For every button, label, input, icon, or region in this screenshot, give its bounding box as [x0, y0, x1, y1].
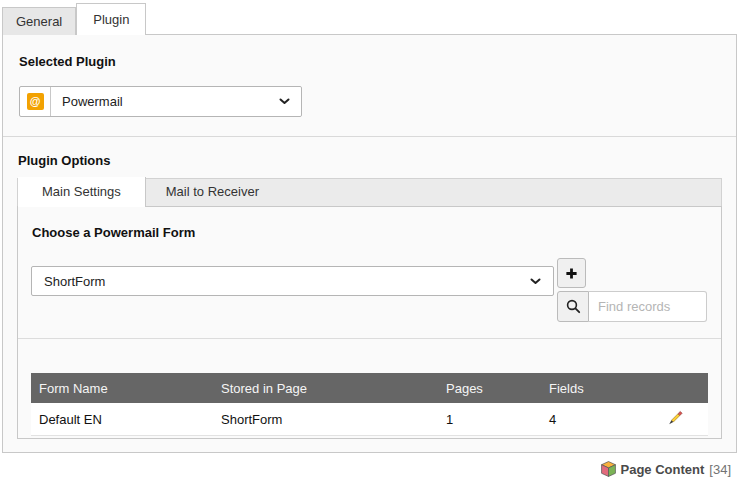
powermail-at-icon: @ — [27, 93, 44, 110]
plugin-options-section: Plugin Options Main Settings Mail to Rec… — [3, 137, 736, 455]
plugin-options-label: Plugin Options — [18, 153, 722, 168]
plugin-tab-content: Selected Plugin @ Powermail Plugin Optio… — [2, 34, 737, 453]
add-record-button[interactable] — [557, 258, 586, 288]
record-uid: [34] — [709, 462, 731, 477]
record-type-label: Page Content — [621, 462, 705, 477]
cell-pages: 1 — [438, 403, 541, 436]
selected-plugin-label: Selected Plugin — [19, 54, 720, 69]
tab-plugin[interactable]: Plugin — [76, 3, 146, 35]
main-settings-panel: Choose a Powermail Form ShortForm — [17, 206, 722, 439]
plus-icon — [565, 267, 578, 280]
plugin-options-tab-bar: Main Settings Mail to Receiver — [17, 178, 722, 206]
plugin-select[interactable]: Powermail — [51, 87, 301, 116]
header-fields: Fields — [541, 373, 643, 403]
cell-form-name: Default EN — [31, 403, 213, 436]
tab-general[interactable]: General — [2, 7, 76, 35]
chevron-down-icon — [530, 278, 541, 285]
plugin-icon-cell: @ — [20, 87, 51, 116]
cell-fields: 4 — [541, 403, 643, 436]
record-tab-bar: General Plugin — [0, 0, 739, 34]
forms-table: Form Name Stored in Page Pages Fields De… — [31, 373, 708, 436]
panel-divider — [18, 338, 721, 339]
powermail-form-select[interactable]: ShortForm — [31, 266, 554, 296]
edit-record-button[interactable] — [667, 409, 684, 426]
tab-mail-to-receiver[interactable]: Mail to Receiver — [146, 177, 279, 206]
plugin-select-value: Powermail — [62, 94, 123, 109]
header-actions — [643, 373, 708, 403]
chevron-down-icon — [279, 98, 290, 105]
choose-form-label: Choose a Powermail Form — [32, 225, 708, 240]
find-records-input[interactable] — [589, 291, 707, 322]
table-row: Default EN ShortForm 1 4 — [31, 403, 708, 436]
powermail-form-select-value: ShortForm — [44, 274, 105, 289]
content-element-cube-icon — [601, 461, 616, 477]
plugin-select-group: @ Powermail — [19, 86, 302, 117]
edit-pencil-icon — [667, 414, 684, 429]
cell-actions — [643, 403, 708, 436]
cell-stored-in-page: ShortForm — [213, 403, 438, 436]
selected-plugin-section: Selected Plugin @ Powermail — [3, 35, 736, 136]
forms-table-header-row: Form Name Stored in Page Pages Fields — [31, 373, 708, 403]
tab-main-settings[interactable]: Main Settings — [18, 177, 146, 207]
form-picker-controls: ShortForm — [31, 258, 708, 321]
record-info: Page Content [34] — [0, 461, 731, 477]
search-button[interactable] — [557, 291, 589, 322]
header-form-name: Form Name — [31, 373, 213, 403]
record-browser-controls — [557, 258, 707, 322]
header-pages: Pages — [438, 373, 541, 403]
find-records-group — [557, 291, 707, 322]
search-icon — [566, 299, 581, 314]
header-stored-in-page: Stored in Page — [213, 373, 438, 403]
